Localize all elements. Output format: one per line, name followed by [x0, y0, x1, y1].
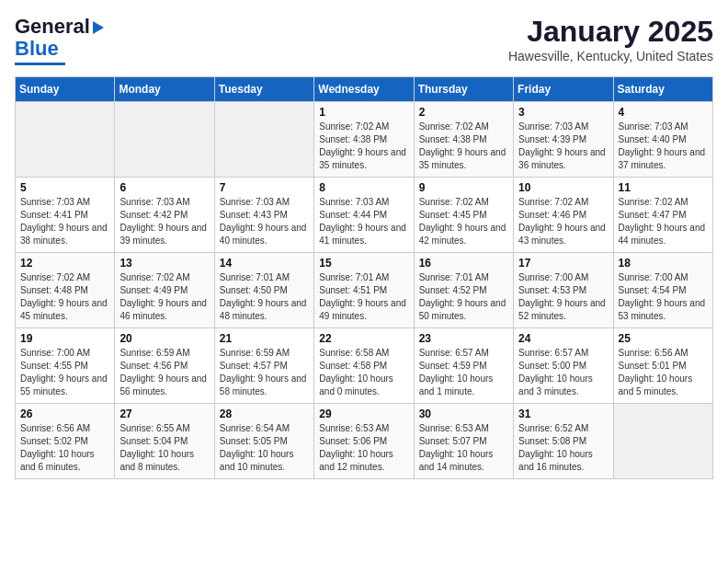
calendar-cell: 17Sunrise: 7:00 AM Sunset: 4:53 PM Dayli… [514, 253, 613, 328]
calendar-cell [16, 102, 115, 178]
day-number: 4 [619, 106, 708, 119]
day-number: 2 [419, 106, 508, 119]
day-detail: Sunrise: 6:53 AM Sunset: 5:07 PM Dayligh… [419, 422, 508, 474]
day-detail: Sunrise: 7:00 AM Sunset: 4:54 PM Dayligh… [619, 271, 708, 323]
calendar-cell: 26Sunrise: 6:56 AM Sunset: 5:02 PM Dayli… [16, 404, 115, 479]
day-detail: Sunrise: 7:02 AM Sunset: 4:49 PM Dayligh… [119, 271, 209, 323]
header-wednesday: Wednesday [314, 77, 414, 102]
calendar-cell: 7Sunrise: 7:03 AM Sunset: 4:43 PM Daylig… [214, 178, 313, 253]
day-number: 27 [119, 408, 209, 420]
day-detail: Sunrise: 7:03 AM Sunset: 4:42 PM Dayligh… [119, 196, 209, 247]
calendar-cell: 23Sunrise: 6:57 AM Sunset: 4:59 PM Dayli… [414, 328, 513, 404]
day-detail: Sunrise: 7:01 AM Sunset: 4:52 PM Dayligh… [419, 271, 508, 323]
title-area: January 2025 Hawesville, Kentucky, Unite… [508, 15, 713, 63]
calendar-cell: 20Sunrise: 6:59 AM Sunset: 4:56 PM Dayli… [115, 328, 214, 404]
day-detail: Sunrise: 7:03 AM Sunset: 4:44 PM Dayligh… [319, 196, 408, 247]
day-detail: Sunrise: 7:02 AM Sunset: 4:47 PM Dayligh… [619, 196, 708, 247]
day-number: 20 [119, 332, 209, 345]
header-friday: Friday [514, 77, 613, 102]
calendar-cell: 21Sunrise: 6:59 AM Sunset: 4:57 PM Dayli… [214, 328, 313, 404]
calendar-cell: 9Sunrise: 7:02 AM Sunset: 4:45 PM Daylig… [414, 178, 513, 253]
logo-general: General [15, 15, 90, 39]
calendar-cell: 28Sunrise: 6:54 AM Sunset: 5:05 PM Dayli… [214, 404, 313, 479]
day-number: 26 [20, 408, 109, 420]
header-thursday: Thursday [414, 77, 513, 102]
day-detail: Sunrise: 7:03 AM Sunset: 4:41 PM Dayligh… [20, 196, 109, 247]
day-number: 1 [319, 106, 408, 119]
header-tuesday: Tuesday [214, 77, 313, 102]
calendar-cell: 19Sunrise: 7:00 AM Sunset: 4:55 PM Dayli… [16, 328, 115, 404]
day-number: 24 [518, 332, 608, 345]
day-detail: Sunrise: 6:59 AM Sunset: 4:56 PM Dayligh… [119, 347, 209, 398]
calendar-subtitle: Hawesville, Kentucky, United States [508, 49, 713, 63]
day-detail: Sunrise: 7:03 AM Sunset: 4:39 PM Dayligh… [518, 121, 608, 172]
calendar-cell [115, 102, 214, 178]
calendar-cell: 27Sunrise: 6:55 AM Sunset: 5:04 PM Dayli… [115, 404, 214, 479]
calendar-cell: 13Sunrise: 7:02 AM Sunset: 4:49 PM Dayli… [115, 253, 214, 328]
day-detail: Sunrise: 6:53 AM Sunset: 5:06 PM Dayligh… [319, 422, 408, 474]
day-number: 6 [119, 181, 209, 194]
calendar-cell: 31Sunrise: 6:52 AM Sunset: 5:08 PM Dayli… [514, 404, 613, 479]
day-detail: Sunrise: 6:55 AM Sunset: 5:04 PM Dayligh… [119, 422, 209, 474]
header-sunday: Sunday [16, 77, 115, 102]
day-number: 30 [419, 408, 508, 420]
week-row-3: 19Sunrise: 7:00 AM Sunset: 4:55 PM Dayli… [16, 328, 713, 404]
day-detail: Sunrise: 7:01 AM Sunset: 4:51 PM Dayligh… [319, 271, 408, 323]
day-detail: Sunrise: 6:59 AM Sunset: 4:57 PM Dayligh… [220, 347, 309, 398]
day-detail: Sunrise: 7:02 AM Sunset: 4:38 PM Dayligh… [419, 121, 508, 172]
header-saturday: Saturday [613, 77, 712, 102]
day-number: 5 [20, 181, 109, 194]
calendar-cell: 22Sunrise: 6:58 AM Sunset: 4:58 PM Dayli… [314, 328, 414, 404]
day-detail: Sunrise: 6:54 AM Sunset: 5:05 PM Dayligh… [220, 422, 309, 474]
calendar-cell: 29Sunrise: 6:53 AM Sunset: 5:06 PM Dayli… [314, 404, 414, 479]
calendar-cell: 1Sunrise: 7:02 AM Sunset: 4:38 PM Daylig… [314, 102, 414, 178]
logo-underline [15, 63, 65, 65]
header-monday: Monday [115, 77, 214, 102]
day-detail: Sunrise: 7:01 AM Sunset: 4:50 PM Dayligh… [220, 271, 309, 323]
calendar-cell: 12Sunrise: 7:02 AM Sunset: 4:48 PM Dayli… [16, 253, 115, 328]
calendar-cell: 6Sunrise: 7:03 AM Sunset: 4:42 PM Daylig… [115, 178, 214, 253]
day-number: 12 [20, 257, 109, 270]
calendar-cell: 25Sunrise: 6:56 AM Sunset: 5:01 PM Dayli… [613, 328, 712, 404]
calendar-cell: 30Sunrise: 6:53 AM Sunset: 5:07 PM Dayli… [414, 404, 513, 479]
day-number: 18 [619, 257, 708, 270]
day-number: 16 [419, 257, 508, 270]
day-detail: Sunrise: 6:56 AM Sunset: 5:02 PM Dayligh… [20, 422, 109, 474]
calendar-cell: 4Sunrise: 7:03 AM Sunset: 4:40 PM Daylig… [613, 102, 712, 178]
calendar-cell: 14Sunrise: 7:01 AM Sunset: 4:50 PM Dayli… [214, 253, 313, 328]
day-number: 13 [119, 257, 209, 270]
day-number: 10 [518, 181, 608, 194]
day-number: 8 [319, 181, 408, 194]
day-detail: Sunrise: 6:52 AM Sunset: 5:08 PM Dayligh… [518, 422, 608, 474]
day-detail: Sunrise: 7:00 AM Sunset: 4:53 PM Dayligh… [518, 271, 608, 323]
day-detail: Sunrise: 6:58 AM Sunset: 4:58 PM Dayligh… [319, 347, 408, 398]
calendar-cell: 10Sunrise: 7:02 AM Sunset: 4:46 PM Dayli… [514, 178, 613, 253]
calendar-cell [214, 102, 313, 178]
calendar-cell: 11Sunrise: 7:02 AM Sunset: 4:47 PM Dayli… [613, 178, 712, 253]
day-number: 25 [619, 332, 708, 345]
day-detail: Sunrise: 7:00 AM Sunset: 4:55 PM Dayligh… [20, 347, 109, 398]
calendar-cell: 15Sunrise: 7:01 AM Sunset: 4:51 PM Dayli… [314, 253, 414, 328]
calendar-cell: 24Sunrise: 6:57 AM Sunset: 5:00 PM Dayli… [514, 328, 613, 404]
day-number: 14 [220, 257, 309, 270]
day-number: 11 [619, 181, 708, 194]
calendar-table: SundayMondayTuesdayWednesdayThursdayFrid… [15, 76, 713, 479]
day-detail: Sunrise: 7:02 AM Sunset: 4:46 PM Dayligh… [518, 196, 608, 247]
day-number: 17 [518, 257, 608, 270]
day-detail: Sunrise: 6:57 AM Sunset: 4:59 PM Dayligh… [419, 347, 508, 398]
day-number: 19 [20, 332, 109, 345]
day-detail: Sunrise: 6:56 AM Sunset: 5:01 PM Dayligh… [619, 347, 708, 398]
week-row-1: 5Sunrise: 7:03 AM Sunset: 4:41 PM Daylig… [16, 178, 713, 253]
day-number: 28 [220, 408, 309, 420]
day-number: 31 [518, 408, 608, 420]
day-number: 21 [220, 332, 309, 345]
day-detail: Sunrise: 6:57 AM Sunset: 5:00 PM Dayligh… [518, 347, 608, 398]
day-detail: Sunrise: 7:03 AM Sunset: 4:40 PM Dayligh… [619, 121, 708, 172]
day-number: 23 [419, 332, 508, 345]
day-number: 29 [319, 408, 408, 420]
week-row-2: 12Sunrise: 7:02 AM Sunset: 4:48 PM Dayli… [16, 253, 713, 328]
calendar-cell: 5Sunrise: 7:03 AM Sunset: 4:41 PM Daylig… [16, 178, 115, 253]
day-detail: Sunrise: 7:02 AM Sunset: 4:45 PM Dayligh… [419, 196, 508, 247]
calendar-cell: 2Sunrise: 7:02 AM Sunset: 4:38 PM Daylig… [414, 102, 513, 178]
day-detail: Sunrise: 7:03 AM Sunset: 4:43 PM Dayligh… [220, 196, 309, 247]
